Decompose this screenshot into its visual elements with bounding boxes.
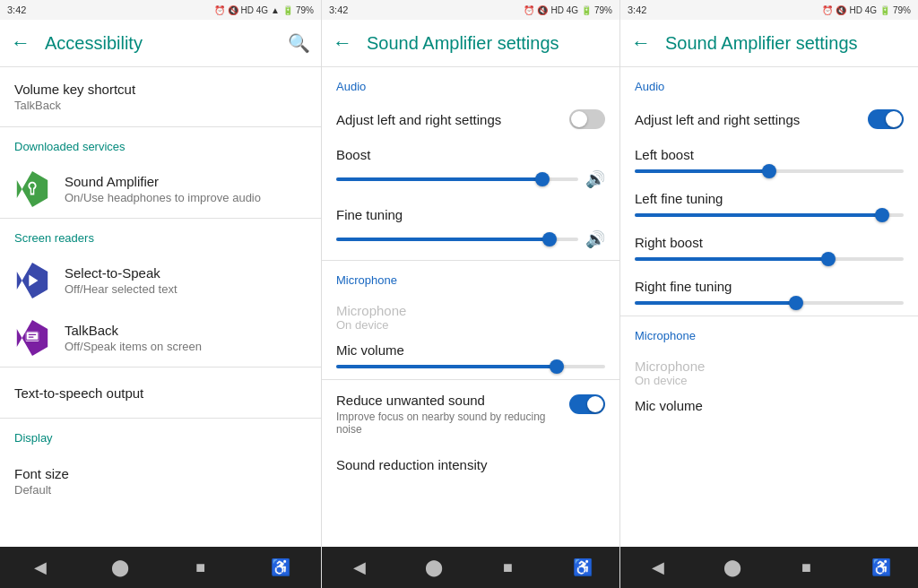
right-fine-slider-3 bbox=[620, 298, 918, 316]
time-1: 3:42 bbox=[7, 4, 26, 15]
nav-accessibility-2[interactable]: ♿ bbox=[565, 549, 601, 585]
list-item-talkback[interactable]: TalkBack Off/Speak items on screen bbox=[0, 309, 321, 367]
status-icons-2: ⏰ 🔇 HD 4G 🔋 79% bbox=[524, 5, 612, 15]
mic-vol-slider-2 bbox=[322, 361, 619, 379]
list-item-select-to-speak[interactable]: Select-to-Speak Off/Hear selected text bbox=[0, 252, 321, 309]
tts-title: Text-to-speech output bbox=[14, 385, 143, 401]
volume-key-title: Volume key shortcut bbox=[14, 82, 135, 97]
nav-bar-3: ◀ ⬤ ■ ♿ bbox=[620, 547, 918, 588]
reduce-toggle-2[interactable] bbox=[569, 394, 605, 414]
mic-title-2: Microphone bbox=[336, 303, 605, 318]
sound-amplifier-panel-on: 3:42 ⏰ 🔇 HD 4G 🔋 79% ← Sound Amplifier s… bbox=[619, 0, 918, 588]
battery-pct-2: 79% bbox=[594, 5, 612, 15]
left-fine-slider-3 bbox=[620, 210, 918, 228]
alarm-icon: ⏰ bbox=[214, 5, 225, 15]
sound-amplifier-subtitle: On/Use headphones to improve audio bbox=[65, 191, 307, 204]
nav-home-2[interactable]: ⬤ bbox=[416, 549, 452, 585]
nav-home-3[interactable]: ⬤ bbox=[714, 549, 750, 585]
mute-icon-2: 🔇 bbox=[537, 5, 548, 15]
mic-vol-fill-2 bbox=[336, 365, 557, 368]
page-title-2: Sound Amplifier settings bbox=[367, 33, 609, 54]
talkback-subtitle: Off/Speak items on screen bbox=[65, 340, 307, 353]
nav-back-1[interactable]: ◀ bbox=[22, 549, 58, 585]
back-button-3[interactable]: ← bbox=[631, 31, 651, 55]
nav-back-3[interactable]: ◀ bbox=[640, 549, 676, 585]
nav-accessibility-1[interactable]: ♿ bbox=[263, 549, 299, 585]
nav-recents-1[interactable]: ■ bbox=[183, 549, 219, 585]
list-item-font-size[interactable]: Font size Default bbox=[0, 452, 321, 511]
nav-recents-2[interactable]: ■ bbox=[490, 549, 526, 585]
adjust-lr-label-2: Adjust left and right settings bbox=[336, 112, 501, 127]
search-icon-1[interactable]: 🔍 bbox=[288, 32, 310, 54]
app-bar-1: ← Accessibility 🔍 bbox=[0, 20, 321, 66]
nav-recents-3[interactable]: ■ bbox=[789, 549, 825, 585]
mic-vol-track-2[interactable] bbox=[336, 365, 605, 368]
network-label-1: HD 4G bbox=[241, 5, 269, 15]
nav-back-2[interactable]: ◀ bbox=[342, 549, 377, 585]
font-size-title: Font size bbox=[14, 466, 69, 481]
list-item-sound-amplifier[interactable]: Sound Amplifier On/Use headphones to imp… bbox=[0, 160, 321, 218]
mic-source-2: Microphone On device bbox=[322, 292, 619, 335]
reduce-row-2: Reduce unwanted sound Improve focus on n… bbox=[322, 380, 619, 446]
status-bar-1: 3:42 ⏰ 🔇 HD 4G ▲ 🔋 79% bbox=[0, 0, 321, 20]
left-boost-track-3[interactable] bbox=[635, 169, 904, 173]
network-label-3: HD 4G bbox=[849, 5, 877, 15]
audio-section-3: Audio bbox=[620, 67, 918, 99]
nav-bar-2: ◀ ⬤ ■ ♿ bbox=[322, 547, 619, 588]
left-boost-fill-3 bbox=[635, 169, 769, 173]
scroll-2[interactable]: Audio Adjust left and right settings Boo… bbox=[322, 67, 619, 547]
battery-pct-1: 79% bbox=[296, 5, 314, 15]
signal-icon-1: ▲ bbox=[271, 5, 280, 15]
app-bar-3: ← Sound Amplifier settings bbox=[620, 20, 918, 66]
svg-rect-2 bbox=[27, 333, 39, 340]
adjust-lr-toggle-3[interactable] bbox=[868, 109, 904, 129]
mic-title-3: Microphone bbox=[635, 359, 904, 374]
fine-thumb-2 bbox=[542, 232, 557, 246]
scroll-content-1[interactable]: Volume key shortcut TalkBack Downloaded … bbox=[0, 67, 321, 547]
sound-amplifier-panel-off: 3:42 ⏰ 🔇 HD 4G 🔋 79% ← Sound Amplifier s… bbox=[321, 0, 619, 588]
list-item-tts[interactable]: Text-to-speech output bbox=[0, 368, 321, 418]
reduce-title-2: Reduce unwanted sound bbox=[336, 393, 562, 408]
sound-amplifier-title: Sound Amplifier bbox=[65, 174, 307, 189]
font-size-subtitle: Default bbox=[14, 483, 69, 497]
page-title-3: Sound Amplifier settings bbox=[665, 33, 907, 54]
fine-track-2[interactable] bbox=[336, 238, 578, 241]
adjust-lr-toggle-2[interactable] bbox=[569, 109, 605, 129]
nav-accessibility-3[interactable]: ♿ bbox=[863, 549, 899, 585]
select-to-speak-text: Select-to-Speak Off/Hear selected text bbox=[65, 265, 307, 296]
left-fine-track-3[interactable] bbox=[635, 213, 904, 217]
status-bar-3: 3:42 ⏰ 🔇 HD 4G 🔋 79% bbox=[620, 0, 918, 20]
right-fine-track-3[interactable] bbox=[635, 301, 904, 305]
sound-reduction-label-2: Sound reduction intensity bbox=[322, 446, 619, 476]
battery-icon-3: 🔋 bbox=[879, 5, 890, 15]
select-to-speak-hex bbox=[14, 263, 50, 298]
scroll-3[interactable]: Audio Adjust left and right settings Lef… bbox=[620, 67, 918, 547]
adjust-lr-row-2: Adjust left and right settings bbox=[322, 99, 619, 140]
left-fine-label-3: Left fine tuning bbox=[620, 184, 918, 210]
app-bar-2: ← Sound Amplifier settings bbox=[322, 20, 619, 66]
talkback-icon bbox=[14, 320, 50, 356]
fine-tuning-slider-row-2: 🔊 bbox=[322, 226, 619, 260]
accessibility-panel: 3:42 ⏰ 🔇 HD 4G ▲ 🔋 79% ← Accessibility 🔍… bbox=[0, 0, 321, 588]
right-boost-track-3[interactable] bbox=[635, 257, 904, 261]
back-button-2[interactable]: ← bbox=[333, 31, 352, 55]
left-boost-label-3: Left boost bbox=[620, 140, 918, 166]
time-2: 3:42 bbox=[329, 4, 348, 15]
left-fine-fill-3 bbox=[635, 213, 882, 217]
list-item-volume-key[interactable]: Volume key shortcut TalkBack bbox=[0, 67, 321, 126]
right-boost-thumb-3 bbox=[821, 252, 836, 266]
mic-section-3: Microphone bbox=[620, 316, 918, 348]
boost-fill-2 bbox=[336, 177, 542, 181]
left-boost-thumb-3 bbox=[762, 164, 776, 178]
adjust-lr-label-3: Adjust left and right settings bbox=[635, 112, 800, 127]
boost-track-2[interactable] bbox=[336, 177, 578, 181]
mic-section-2: Microphone bbox=[322, 261, 619, 292]
nav-home-1[interactable]: ⬤ bbox=[102, 549, 138, 585]
mute-icon: 🔇 bbox=[228, 5, 238, 15]
ear-icon-boost-2: 🔊 bbox=[585, 169, 605, 189]
reduce-subtitle-2: Improve focus on nearby sound by reducin… bbox=[336, 411, 562, 436]
talkback-hex bbox=[14, 320, 50, 356]
adjust-lr-row-3: Adjust left and right settings bbox=[620, 99, 918, 140]
section-screen-readers: Screen readers bbox=[0, 219, 321, 252]
back-button-1[interactable]: ← bbox=[11, 31, 30, 55]
